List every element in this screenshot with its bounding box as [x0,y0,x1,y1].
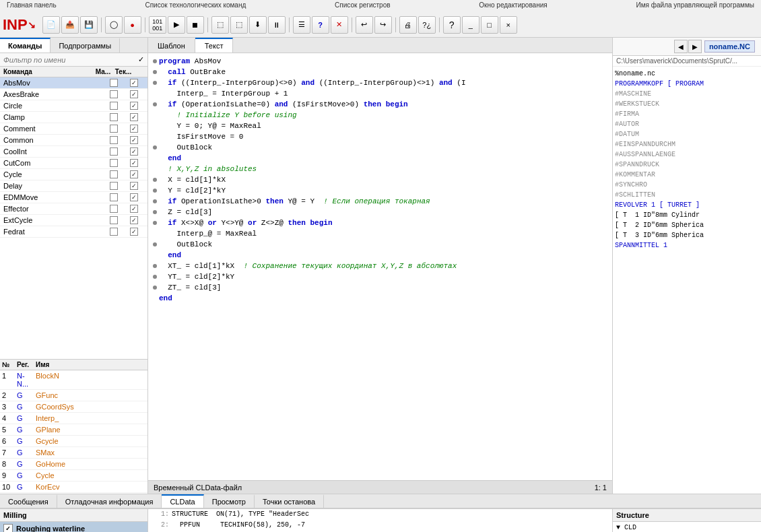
file-tab[interactable]: noname.NC [704,40,755,53]
code-line: end [151,293,609,304]
new-file-button[interactable]: 📄 [42,16,60,34]
print-button[interactable]: 🖨 [399,16,417,34]
close-x-button[interactable]: ✕ [331,16,348,34]
struct-item: ▼ CLD [613,522,761,532]
code-breakpoint [151,296,159,301]
cmd-ma-check [104,228,124,236]
cmd-row[interactable]: Cycle [0,169,147,180]
reg-type: G [17,391,36,399]
code-line: OutBlock [151,142,609,153]
filter-input[interactable] [3,56,138,64]
upload-button[interactable]: 📤 [61,16,79,34]
tab-subroutines[interactable]: Подпрограммы [51,38,120,53]
cmd-row[interactable]: Effector [0,203,147,215]
maximize-button[interactable]: □ [481,16,498,34]
reg-row[interactable]: 8 G GoHome [0,459,147,470]
cmd-row[interactable]: AxesBrake [0,89,147,100]
reg-row[interactable]: 10 G KorEcv [0,481,147,493]
cmd-row[interactable]: Common [0,135,147,146]
milling-checkbox[interactable] [3,524,13,532]
reg-row[interactable]: 2 G GFunc [0,390,147,401]
save-button[interactable]: 💾 [80,16,98,34]
code-breakpoint [151,166,159,172]
nc-line: %noname.nc [615,69,759,79]
tab-breakpoints[interactable]: Точки останова [255,494,324,508]
reg-row[interactable]: 9 G Cycle [0,470,147,481]
cmd-row[interactable]: CoolInt [0,146,147,158]
code-editor[interactable]: program AbsMov call OutBrake if ((Interp… [148,53,612,480]
cmd-tek-check [124,125,144,133]
code-line: call OutBrake [151,67,609,77]
edit2-button[interactable]: ⬚ [230,16,248,34]
code-breakpoint [151,188,159,193]
code-button[interactable]: 101001 [149,16,166,34]
code-breakpoint [151,253,159,258]
cmd-ma-check [104,90,124,98]
cmd-ma-check [104,79,124,87]
cmd-row[interactable]: EDMMove [0,192,147,203]
help2-button[interactable]: ?¿ [418,16,436,34]
undo-button[interactable]: ↩ [356,16,373,34]
reg-row[interactable]: 5 G GPlane [0,424,147,436]
reg-row[interactable]: 6 G Gcycle [0,436,147,447]
sprut-button[interactable]: ● [124,16,141,34]
reg-row[interactable]: 3 G GCoordSys [0,401,147,413]
cmd-row[interactable]: ExtCycle [0,215,147,226]
stop-button[interactable]: ⏹ [187,16,204,34]
tab-cldata[interactable]: CLData [162,494,203,508]
nc-line: #SCHLITTEN [615,190,759,200]
code-line: Interp_ = InterpGroup + 1 [151,88,609,99]
code-line: if (OperationIsLathe=0) and (IsFirstMove… [151,99,609,110]
code-line: Y = 0; Y@ = MaxReal [151,121,609,131]
tab-template[interactable]: Шаблон [148,38,195,53]
pause-button[interactable]: ⏸ [268,16,286,34]
code-text: end [159,153,609,164]
code-breakpoint [151,69,159,75]
tab-text[interactable]: Текст [195,38,234,53]
cmd-name: Cycle [3,170,104,178]
help-button[interactable]: ? [312,16,329,34]
circle-button[interactable]: ◯ [105,16,123,34]
structure-panel: Structure ▼ CLD └─ 1: CLD.OnOff = 71 IsC… [613,509,761,532]
editor-status-bar: Временный CLData-файл 1: 1 [148,480,612,494]
reg-row[interactable]: 7 G SMax [0,447,147,459]
tab-preview[interactable]: Просмотр [204,494,255,508]
tab-debug[interactable]: Отладочная информация [57,494,162,508]
reg-name: GCoordSys [36,403,145,411]
code-text: call OutBrake [159,67,609,77]
cmd-row[interactable]: Comment [0,123,147,135]
reg-row[interactable]: 11 P StartCont [0,493,147,494]
help3-button[interactable]: ? [443,16,461,34]
right-panel: ◀ ▶ noname.NC C:\Users\maverick\Document… [613,38,761,494]
minimize-button[interactable]: _ [462,16,479,34]
filter-row: ✓ [0,53,147,67]
tab-commands[interactable]: Команды [0,38,51,53]
tab-messages[interactable]: Сообщения [0,494,57,508]
list-button[interactable]: ☰ [293,16,310,34]
cmd-row[interactable]: CutCom [0,158,147,169]
cmd-ma-check [104,182,124,190]
label-main-panel: Главная панель [7,1,57,11]
edit3-button[interactable]: ⬇ [249,16,267,34]
reg-no: 10 [2,483,17,491]
redo-button[interactable]: ↪ [374,16,392,34]
cmd-row[interactable]: Delay [0,180,147,192]
reg-row[interactable]: 4 G Interp_ [0,413,147,424]
nav-left-button[interactable]: ◀ [674,40,688,53]
code-text: if ((Interp_-InterpGroup)<>0) and ((Inte… [159,77,609,88]
play-button[interactable]: ▶ [168,16,185,34]
nav-right-button[interactable]: ▶ [688,40,702,53]
reg-no-header: № [2,361,17,368]
label-edit-window: Окно редактирования [479,1,547,11]
cmd-row[interactable]: AbsMov [0,77,147,89]
window-close-button[interactable]: × [500,16,517,34]
cmd-row[interactable]: Clamp [0,112,147,123]
cmd-row[interactable]: Circle [0,100,147,112]
code-text: end [159,250,609,261]
cmd-row[interactable]: Fedrat [0,226,147,238]
reg-row[interactable]: 1 N-N... BlockN [0,370,147,390]
code-breakpoint [151,220,159,226]
edit1-button[interactable]: ⬚ [211,16,229,34]
milling-item[interactable]: Roughing waterline [0,522,147,532]
reg-name: BlockN [36,372,145,388]
